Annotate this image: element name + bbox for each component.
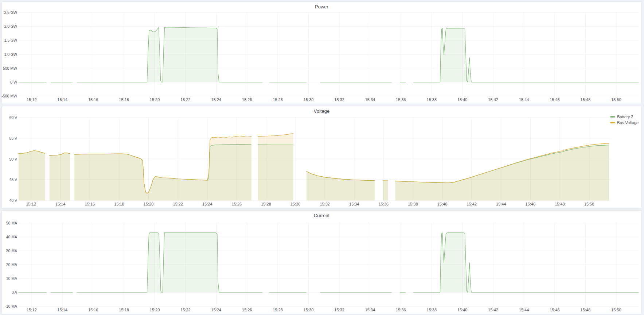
legend: Battery 2 Bus Voltage [610,114,639,125]
y-tick-label: -10 MA [1,304,17,308]
x-tick-label: 15:42 [484,308,502,312]
y-tick-label: 500 MW [1,66,17,70]
x-tick-label: 15:26 [238,97,256,102]
voltage-chart[interactable]: 60 V55 V50 V45 V40 V15:1215:1415:1615:18… [2,106,641,208]
x-tick-label: 15:38 [423,308,440,312]
x-tick-label: 15:20 [146,308,164,312]
x-tick-label: 15:12 [23,308,40,312]
y-tick-label: 1.0 GW [1,52,17,57]
y-tick-label: 60 V [1,115,17,120]
x-tick-label: 15:16 [85,308,102,312]
x-tick-label: 15:16 [85,97,102,102]
x-tick-label: 15:32 [316,202,333,206]
legend-item-battery-2[interactable]: Battery 2 [610,114,639,119]
power-panel-title[interactable]: Power [2,4,641,9]
x-tick-label: 15:34 [346,202,363,206]
x-tick-label: 15:24 [207,308,225,312]
y-tick-label: 2.0 GW [1,24,17,28]
x-tick-label: 15:24 [199,202,216,206]
y-tick-label: 50 MA [1,221,17,225]
x-tick-label: 15:50 [608,97,625,102]
legend-label-bus-voltage: Bus Voltage [617,120,639,125]
x-tick-label: 15:38 [423,97,440,102]
x-tick-label: 15:22 [177,308,194,312]
x-tick-label: 15:30 [300,97,317,102]
x-tick-label: 15:36 [375,202,392,206]
x-tick-label: 15:42 [484,97,502,102]
x-tick-label: 15:44 [492,202,510,206]
y-tick-label: 40 MA [1,235,17,239]
y-tick-label: 55 V [1,136,17,141]
x-tick-label: 15:40 [454,97,471,102]
voltage-chart-svg [2,106,641,207]
x-tick-label: 15:12 [22,202,40,206]
x-tick-label: 15:30 [300,308,317,312]
x-tick-label: 15:50 [581,202,598,206]
x-tick-label: 15:40 [454,308,471,312]
x-tick-label: 15:32 [331,308,348,312]
x-tick-label: 15:14 [52,202,69,206]
current-panel: Current 50 MA40 MA30 MA20 MA10 MA0 A-10 … [1,210,642,314]
current-chart[interactable]: 50 MA40 MA30 MA20 MA10 MA0 A-10 MA15:121… [2,211,641,314]
x-tick-label: 15:30 [287,202,304,206]
x-tick-label: 15:26 [238,308,256,312]
x-tick-label: 15:46 [522,202,539,206]
y-tick-label: 45 V [1,177,17,182]
x-tick-label: 15:12 [23,97,40,102]
x-tick-label: 15:24 [207,97,225,102]
y-tick-label: 40 V [1,198,17,203]
x-tick-label: 15:34 [361,97,379,102]
x-tick-label: 15:26 [228,202,245,206]
x-tick-label: 15:18 [115,308,133,312]
y-tick-label: 0 A [1,290,17,295]
x-tick-label: 15:50 [608,308,625,312]
x-tick-label: 15:36 [392,97,410,102]
x-tick-label: 15:46 [546,97,563,102]
x-tick-label: 15:28 [269,97,286,102]
x-tick-label: 15:42 [463,202,480,206]
x-tick-label: 15:40 [434,202,451,206]
y-tick-label: 0 W [1,80,17,84]
x-tick-label: 15:28 [269,308,286,312]
y-tick-label: 50 V [1,157,17,161]
legend-label-battery-2: Battery 2 [617,114,633,119]
legend-item-bus-voltage[interactable]: Bus Voltage [610,120,639,125]
x-tick-label: 15:38 [404,202,422,206]
y-tick-label: 10 MA [1,276,17,281]
y-tick-label: 20 MA [1,262,17,267]
x-tick-label: 15:16 [81,202,98,206]
power-chart-svg [2,2,641,103]
x-tick-label: 15:20 [146,97,164,102]
x-tick-label: 15:18 [115,97,133,102]
x-tick-label: 15:48 [577,97,594,102]
battery-2-series-swatch [610,116,615,118]
bus-voltage-series-swatch [610,122,615,123]
x-tick-label: 15:14 [54,308,71,312]
x-tick-label: 15:32 [331,97,348,102]
voltage-panel-title[interactable]: Voltage [2,108,641,114]
power-panel: Power 2.5 GW2.0 GW1.5 GW1.0 GW500 MW0 W-… [1,1,642,104]
x-tick-label: 15:18 [110,202,128,206]
x-tick-label: 15:20 [140,202,157,206]
current-chart-svg [2,211,641,313]
y-tick-label: 2.5 GW [1,10,17,15]
x-tick-label: 15:46 [546,308,563,312]
x-tick-label: 15:22 [169,202,187,206]
x-tick-label: 15:44 [515,97,533,102]
x-tick-label: 15:44 [515,308,533,312]
x-tick-label: 15:48 [577,308,594,312]
x-tick-label: 15:48 [551,202,569,206]
x-tick-label: 15:36 [392,308,410,312]
y-tick-label: 30 MA [1,249,17,253]
current-panel-title[interactable]: Current [2,213,641,218]
y-tick-label: -500 MW [1,94,17,98]
x-tick-label: 15:22 [177,97,194,102]
voltage-panel: Voltage 60 V55 V50 V45 V40 V15:1215:1415… [1,106,642,208]
x-tick-label: 15:34 [361,308,379,312]
x-tick-label: 15:28 [257,202,275,206]
power-chart[interactable]: 2.5 GW2.0 GW1.5 GW1.0 GW500 MW0 W-500 MW… [2,2,641,104]
y-tick-label: 1.5 GW [1,38,17,42]
x-tick-label: 15:14 [54,97,71,102]
